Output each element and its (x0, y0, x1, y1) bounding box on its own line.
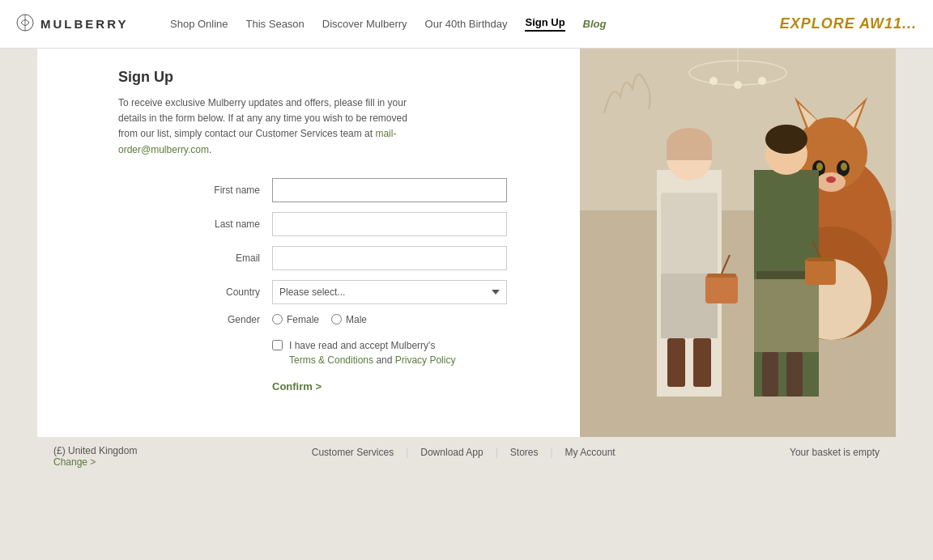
nav-shop-online[interactable]: Shop Online (170, 18, 228, 30)
svg-point-7 (734, 81, 742, 89)
gender-options: Female Male (272, 314, 367, 325)
gender-female-label: Female (287, 314, 319, 325)
confirm-row: Confirm > (272, 380, 556, 392)
first-name-input[interactable] (272, 178, 507, 202)
email-row: Email (118, 246, 556, 270)
svg-rect-30 (707, 274, 736, 278)
logo-icon (16, 14, 34, 34)
first-name-row: First name (118, 178, 556, 202)
svg-rect-39 (754, 279, 819, 352)
gender-male-label: Male (346, 314, 367, 325)
logo-text: MULBERRY (40, 17, 128, 31)
privacy-policy-link[interactable]: Privacy Policy (395, 354, 456, 366)
svg-point-18 (841, 163, 847, 171)
gender-male-option[interactable]: Male (331, 314, 367, 325)
svg-rect-33 (693, 338, 711, 387)
svg-point-20 (826, 176, 836, 183)
form-title: Sign Up (118, 69, 556, 86)
footer-links: Customer Services | Download App | Store… (312, 447, 616, 458)
email-input[interactable] (272, 246, 507, 270)
footer-download-app[interactable]: Download App (420, 447, 483, 458)
explore-label: EXPLORE AW11... (780, 15, 917, 32)
nav-sign-up[interactable]: Sign Up (525, 16, 564, 32)
terms-text: I have read and accept Mulberry's Terms … (289, 338, 455, 367)
gender-male-radio[interactable] (331, 314, 342, 325)
terms-row: I have read and accept Mulberry's Terms … (272, 338, 556, 367)
svg-rect-32 (667, 338, 685, 387)
nav-40th-birthday[interactable]: Our 40th Birthday (425, 18, 508, 30)
form-section: Sign Up To receive exclusive Mulberry up… (37, 49, 580, 437)
footer: (£) United Kingdom Change > Customer Ser… (37, 437, 896, 476)
terms-conditions-link[interactable]: Terms & Conditions (289, 354, 373, 366)
svg-rect-44 (786, 352, 803, 397)
svg-rect-40 (805, 259, 836, 285)
footer-stores[interactable]: Stores (510, 447, 539, 458)
logo-area: MULBERRY (16, 14, 146, 34)
footer-my-account[interactable]: My Account (565, 447, 616, 458)
terms-and-text: and (376, 354, 392, 366)
first-name-label: First name (118, 185, 272, 196)
nav-blog[interactable]: Blog (583, 18, 607, 30)
gender-row: Gender Female Male (118, 314, 556, 325)
confirm-button[interactable]: Confirm > (272, 380, 322, 392)
footer-left: (£) United Kingdom Change > (53, 445, 137, 468)
nav-this-season[interactable]: This Season (246, 18, 305, 30)
nav-discover-mulberry[interactable]: Discover Mulberry (322, 18, 407, 30)
country-row: Country Please select... United Kingdom … (118, 280, 556, 304)
country-select[interactable]: Please select... United Kingdom United S… (272, 280, 507, 304)
campaign-image (580, 49, 896, 437)
footer-customer-services[interactable]: Customer Services (312, 447, 394, 458)
svg-rect-29 (705, 275, 738, 303)
gender-female-radio[interactable] (272, 314, 283, 325)
currency-label: (£) United Kingdom (53, 445, 137, 456)
footer-sep-1: | (406, 447, 408, 458)
main-nav: Shop Online This Season Discover Mulberr… (170, 15, 917, 32)
svg-rect-26 (667, 144, 712, 160)
gender-label: Gender (118, 314, 272, 325)
country-label: Country (118, 286, 272, 298)
svg-rect-41 (807, 257, 834, 261)
main-container: Sign Up To receive exclusive Mulberry up… (37, 49, 896, 437)
last-name-label: Last name (118, 218, 272, 230)
footer-sep-3: | (550, 447, 552, 458)
terms-checkbox[interactable] (272, 340, 283, 350)
change-currency-link[interactable]: Change > (53, 456, 96, 468)
basket-status: Your basket is empty (790, 447, 880, 458)
email-label: Email (118, 252, 272, 264)
last-name-row: Last name (118, 212, 556, 236)
footer-sep-2: | (496, 447, 498, 458)
svg-point-6 (709, 77, 718, 85)
svg-rect-27 (661, 193, 718, 274)
svg-rect-43 (762, 352, 778, 397)
svg-point-36 (765, 125, 807, 154)
form-description: To receive exclusive Mulberry updates an… (118, 95, 410, 158)
image-placeholder (580, 49, 896, 437)
svg-point-17 (816, 163, 823, 171)
svg-point-8 (758, 77, 766, 85)
gender-female-option[interactable]: Female (272, 314, 319, 325)
header: MULBERRY Shop Online This Season Discove… (0, 0, 933, 49)
last-name-input[interactable] (272, 212, 507, 236)
